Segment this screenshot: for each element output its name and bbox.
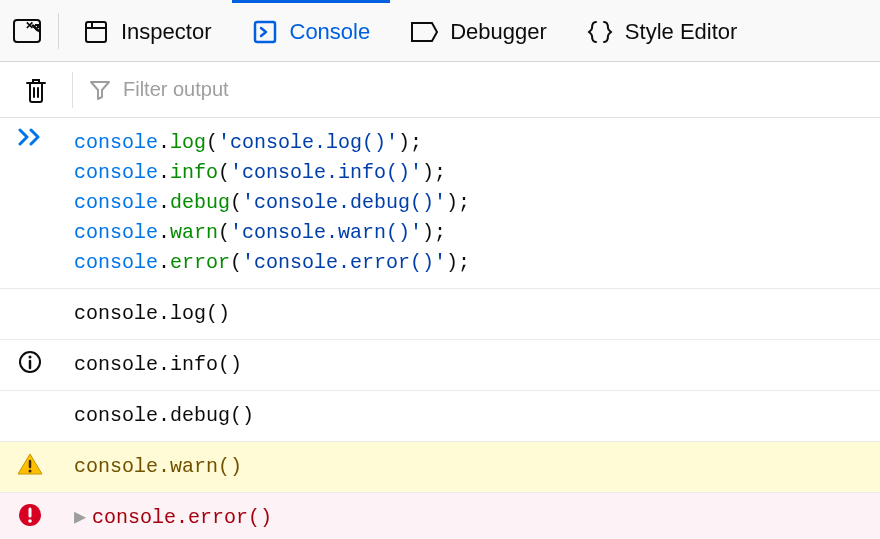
svg-point-12 xyxy=(28,519,32,523)
svg-point-6 xyxy=(29,356,32,359)
tab-console-label: Console xyxy=(290,19,371,45)
message-text: console.debug() xyxy=(60,391,880,441)
expand-caret-icon[interactable]: ▶ xyxy=(74,503,86,533)
message-text: ▶console.error() xyxy=(60,493,880,539)
console-input-row[interactable]: console.log('console.log()'); console.in… xyxy=(0,118,880,289)
styleeditor-icon xyxy=(587,19,613,45)
dock-button[interactable] xyxy=(0,0,54,62)
console-icon xyxy=(252,19,278,45)
toolbar-separator xyxy=(58,13,59,49)
console-input-body: console.log('console.log()'); console.in… xyxy=(60,118,880,288)
devtools-toolbar: Inspector Console Debugger Style Editor xyxy=(0,0,880,62)
tab-inspector[interactable]: Inspector xyxy=(63,0,232,62)
console-message-warn: console.warn() xyxy=(0,442,880,493)
console-output: console.log('console.log()'); console.in… xyxy=(0,118,880,539)
message-text: console.info() xyxy=(60,340,880,390)
filter-input-wrap xyxy=(73,62,880,118)
input-prompt-icon xyxy=(0,118,60,146)
svg-point-9 xyxy=(29,470,32,473)
clear-console-button[interactable] xyxy=(0,62,72,118)
no-icon xyxy=(0,289,60,299)
svg-rect-1 xyxy=(86,22,106,42)
no-icon xyxy=(0,391,60,401)
message-text: console.log() xyxy=(60,289,880,339)
warning-icon xyxy=(0,442,60,476)
tab-debugger[interactable]: Debugger xyxy=(390,0,567,62)
inspector-icon xyxy=(83,19,109,45)
tab-inspector-label: Inspector xyxy=(121,19,212,45)
tab-debugger-label: Debugger xyxy=(450,19,547,45)
console-message-log: console.log() xyxy=(0,289,880,340)
tab-styleeditor[interactable]: Style Editor xyxy=(567,0,758,62)
console-message-info: console.info() xyxy=(0,340,880,391)
debugger-icon xyxy=(410,21,438,43)
error-icon xyxy=(0,493,60,527)
trash-icon xyxy=(24,76,48,104)
filter-input[interactable] xyxy=(123,78,864,101)
message-text: console.warn() xyxy=(60,442,880,492)
funnel-icon xyxy=(89,79,111,101)
info-icon xyxy=(0,340,60,374)
tab-styleeditor-label: Style Editor xyxy=(625,19,738,45)
console-message-error: ▶console.error() xyxy=(0,493,880,539)
console-filter-row xyxy=(0,62,880,118)
tab-console[interactable]: Console xyxy=(232,0,391,62)
console-message-debug: console.debug() xyxy=(0,391,880,442)
